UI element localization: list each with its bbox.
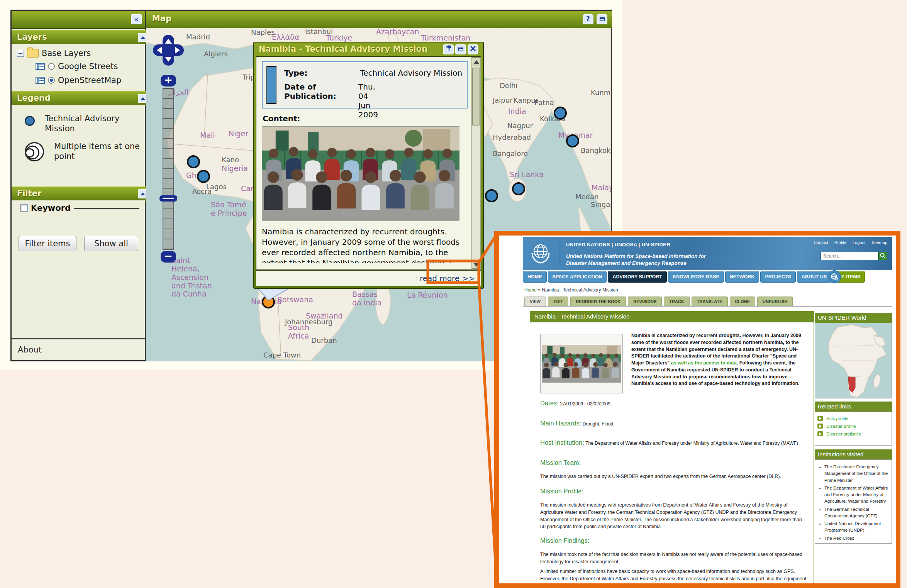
scroll-up-icon[interactable]	[472, 58, 480, 66]
pan-west-icon[interactable]	[157, 47, 162, 54]
layer-icon	[36, 63, 45, 70]
tab[interactable]: VIEW	[524, 297, 546, 307]
show-all-button[interactable]: Show all	[84, 236, 138, 251]
map-place-label: South Africa	[288, 324, 309, 341]
keyword-checkbox[interactable]	[20, 204, 28, 212]
related-panel-header: Related links	[815, 402, 892, 412]
pan-south-icon[interactable]	[165, 57, 172, 62]
related-link-label: Risk profile	[826, 416, 848, 421]
keyword-fieldset: Keyword	[17, 203, 139, 213]
base-layers-node[interactable]: Base Layers	[17, 49, 91, 58]
popup-maximize-button[interactable]	[455, 44, 466, 54]
zoom-slider-track[interactable]	[163, 88, 174, 250]
keyword-label: Keyword	[31, 203, 71, 213]
collapse-minus-icon[interactable]	[17, 50, 24, 57]
header-link[interactable]: Logout	[853, 240, 866, 245]
popup-titlebar[interactable]: Namibia - Technical Advisory Mission	[254, 42, 483, 56]
nav-item[interactable]: KNOWLEDGE BASE	[668, 271, 724, 283]
tab[interactable]: CLONE	[730, 297, 756, 307]
popup-close-button[interactable]	[468, 44, 478, 54]
tab[interactable]: TRANSLATE	[692, 297, 728, 307]
header-link[interactable]: Profile	[834, 240, 846, 245]
pan-control[interactable]	[156, 38, 181, 63]
folder-icon	[27, 49, 39, 58]
tabs: VIEWEDITREORDER THE BOOKREVISIONSTRACKTR…	[524, 297, 793, 307]
pan-east-icon[interactable]	[175, 47, 180, 54]
map-place-label: Malaysia	[592, 184, 611, 192]
layer-item[interactable]: OpenStreetMap	[36, 76, 121, 85]
nav-item[interactable]: ABOUT US	[797, 271, 831, 283]
related-link[interactable]: Risk profile	[817, 416, 889, 421]
map-place-label: Bangkok	[581, 147, 610, 155]
profile-paragraph: The mission included meetings with repre…	[540, 502, 807, 530]
popup-scrollbar[interactable]	[471, 57, 481, 269]
map-marker[interactable]	[566, 134, 579, 147]
zoom-in-button[interactable]: +	[161, 75, 176, 86]
layer-item[interactable]: Google Streets	[36, 62, 118, 71]
site-header: UNITED NATIONS | UNOOSA | UN-SPIDER Unit…	[523, 237, 892, 270]
filter-items-button[interactable]: Filter items	[19, 236, 76, 251]
findings-paragraph-2: A limited number of institutions have ba…	[540, 568, 807, 588]
map-place-label: Durban	[311, 337, 337, 345]
related-link[interactable]: Disaster statistics	[817, 431, 889, 436]
map-marker[interactable]	[554, 107, 567, 120]
legend-item: Technical Advisory Mission	[25, 114, 134, 134]
sidebar-collapse-button[interactable]: «	[131, 14, 142, 24]
institution-item: The Red Cross	[824, 535, 890, 542]
map-place-label: Patna	[534, 99, 554, 107]
map-marker[interactable]	[197, 170, 210, 183]
arrow-right-icon	[817, 416, 823, 421]
map-marker[interactable]	[187, 155, 200, 168]
nav-item[interactable]: NETWORK	[725, 271, 760, 283]
date-label: Date of Publication:	[284, 82, 358, 101]
org-line: UNITED NATIONS | UNOOSA | UN-SPIDER	[566, 242, 670, 247]
map-place-label: La Réunion	[407, 291, 448, 300]
header-link[interactable]: Contact	[814, 240, 828, 245]
nav-item[interactable]: HOME	[523, 271, 547, 283]
tab[interactable]: UNPUBLISH	[757, 297, 793, 307]
dates-value: 27/01/2009 - 02/02/2009	[560, 401, 610, 407]
tab[interactable]: TRACK	[664, 297, 690, 307]
scrollbar-thumb[interactable]	[472, 68, 480, 125]
layer-radio[interactable]	[48, 77, 55, 84]
map-marker[interactable]	[512, 182, 525, 195]
date-row: Date of Publication: Thu, 04 Jun 2009	[284, 82, 358, 101]
map-place-label: Singapore	[591, 201, 611, 209]
layer-radio[interactable]	[48, 63, 55, 70]
tab[interactable]: REORDER THE BOOK	[570, 297, 626, 307]
institution-item: The Directorate Emergency Management of …	[824, 464, 890, 484]
close-icon	[470, 46, 476, 51]
website-inset: UNITED NATIONS | UNOOSA | UN-SPIDER Unit…	[494, 231, 900, 588]
search-input[interactable]	[821, 252, 878, 260]
search-button[interactable]	[878, 252, 887, 260]
legend-body: Technical Advisory Mission Multiple item…	[12, 105, 145, 185]
read-more-link[interactable]: read more >>	[420, 274, 475, 283]
help-button[interactable]: ?	[583, 14, 593, 24]
popup-excerpt: Namibia is characterized by recurrent dr…	[262, 227, 468, 263]
related-link[interactable]: Disaster profile	[817, 424, 889, 429]
maximize-button[interactable]	[597, 14, 607, 24]
map-marker[interactable]	[485, 189, 498, 202]
pan-north-icon[interactable]	[165, 39, 172, 44]
globe-search-button[interactable]	[828, 270, 841, 283]
institution-item: The German Technical Cooperation Agency …	[824, 506, 890, 520]
header-link[interactable]: Sitemap	[872, 240, 887, 245]
tab[interactable]: EDIT	[548, 297, 568, 307]
nav-item[interactable]: ADVISORY SUPPORT	[608, 271, 667, 283]
africa-map	[815, 323, 892, 398]
nav-item[interactable]: SPACE APPLICATION	[548, 271, 607, 283]
about-panel[interactable]: About	[12, 338, 145, 360]
pin-button[interactable]	[443, 44, 454, 54]
breadcrumb-home[interactable]: Home	[524, 287, 537, 293]
tab[interactable]: REVISIONS	[628, 297, 662, 307]
zoom-slider-handle[interactable]	[159, 195, 177, 202]
zoom-out-button[interactable]: −	[161, 251, 176, 263]
type-value: Technical Advisory Mission	[360, 68, 462, 78]
scroll-down-icon[interactable]	[472, 260, 480, 269]
nav-item[interactable]: PROJECTS	[760, 271, 795, 283]
institutions-list: The Directorate Emergency Management of …	[824, 464, 890, 542]
lead-link[interactable]: as well as the access to data	[671, 360, 737, 366]
hazards-row: Main Hazards: Drought, Flood	[540, 420, 613, 427]
pan-zoom-control: + −	[154, 38, 183, 273]
chevron-up-icon	[141, 193, 145, 195]
